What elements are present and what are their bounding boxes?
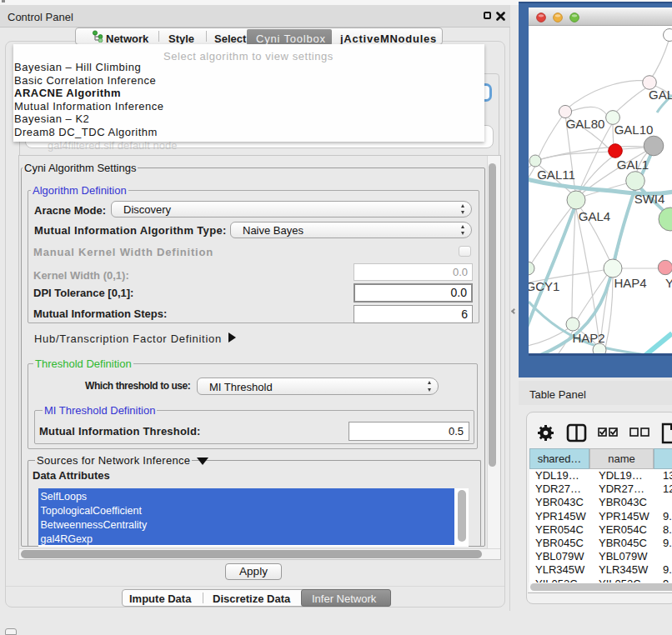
svg-text:SWI4: SWI4	[634, 192, 665, 206]
svg-text:HAP2: HAP2	[572, 331, 604, 345]
svg-text:YJR048W: YJR048W	[665, 276, 672, 290]
svg-text:GAL80: GAL80	[566, 117, 605, 131]
svg-text:GAL7: GAL7	[649, 88, 672, 102]
svg-text:GCY1: GCY1	[526, 279, 560, 293]
svg-text:GAL10: GAL10	[614, 122, 654, 137]
svg-text:HAP4: HAP4	[614, 276, 646, 290]
svg-text:GAL11: GAL11	[537, 168, 575, 182]
svg-text:GAL1: GAL1	[617, 158, 649, 172]
svg-text:GAL4: GAL4	[579, 209, 610, 223]
